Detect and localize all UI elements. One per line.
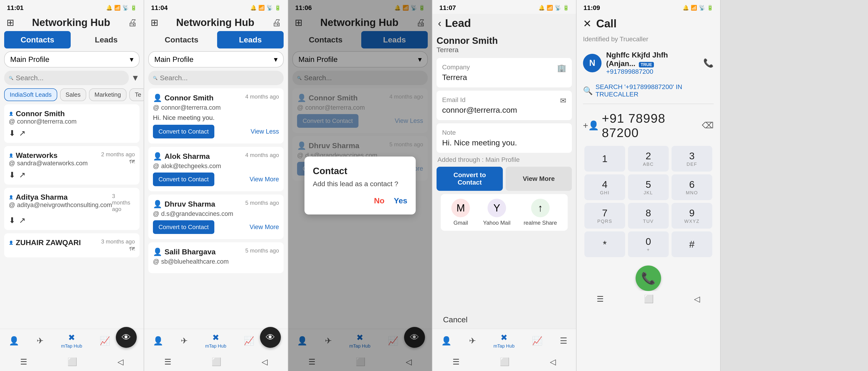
settings-icon-1[interactable]: 🖨 — [128, 18, 137, 28]
wifi-icon: 📶 — [114, 5, 121, 11]
tab-leads-2[interactable]: Leads — [217, 31, 284, 49]
add-contact-icon-5[interactable]: +👤 — [583, 120, 599, 131]
nav-menu-4[interactable]: ☰ — [560, 336, 567, 346]
search-truecaller-5[interactable]: 🔍 SEARCH '+917899887200' IN TRUECALLER — [577, 81, 720, 104]
filter-button-1[interactable]: ▼ — [131, 73, 140, 83]
convert-btn-2-1[interactable]: Convert to Contact — [153, 173, 214, 186]
map-icon-c1[interactable]: 🗺 — [129, 159, 135, 165]
cancel-button-4[interactable]: Cancel — [437, 311, 474, 329]
signal-icon-2: 📡 — [267, 5, 273, 11]
tab-contacts-2[interactable]: Contacts — [148, 31, 215, 49]
view-more-btn-2-1[interactable]: View More — [250, 176, 279, 183]
dial-sub-9: WXYZ — [684, 219, 700, 224]
fab-2[interactable]: 👁 — [260, 327, 281, 348]
tag-te[interactable]: Te — [129, 88, 144, 101]
nav-analytics-1[interactable]: 📈 — [100, 336, 110, 346]
contact-email-0: connor@terrerra.com — [17, 118, 76, 125]
dial-key-0[interactable]: 0 + — [628, 231, 669, 257]
caller-details-5: Nghffc Kkjfd Jhfh (Anjan... TRUE +917899… — [606, 51, 699, 75]
nav-person-2[interactable]: 👤 — [153, 336, 163, 346]
nav-person-icon-2: 👤 — [153, 336, 163, 346]
view-more-btn-2-2[interactable]: View More — [250, 224, 279, 231]
dial-key-9[interactable]: 9 WXYZ — [672, 203, 712, 229]
sys-menu-5[interactable]: ☰ — [597, 294, 603, 304]
share-realme[interactable]: ↑ realme Share — [524, 199, 557, 226]
close-button-5[interactable]: ✕ — [583, 18, 592, 29]
sys-back-1[interactable]: ◁ — [118, 357, 124, 366]
nav-hub-2[interactable]: ✖ mTap Hub — [205, 333, 226, 349]
sys-home-2[interactable]: ⬜ — [212, 357, 221, 366]
nav-hub-1[interactable]: ✖ mTap Hub — [61, 333, 82, 349]
sys-back-2[interactable]: ◁ — [261, 357, 268, 366]
lead-email-icon-2-1: @ — [153, 163, 159, 170]
dial-key-5[interactable]: 5 JKL — [628, 174, 669, 200]
map-icon-c3[interactable]: 🗺 — [129, 246, 135, 252]
nav-person-4[interactable]: 👤 — [441, 336, 452, 346]
call-title-5: Call — [596, 17, 617, 30]
share-icon-c0[interactable]: ↗ — [19, 129, 26, 138]
dial-key-star[interactable]: * — [584, 231, 625, 257]
sys-back-4[interactable]: ◁ — [550, 357, 556, 366]
fab-1[interactable]: 👁 — [116, 327, 137, 348]
sys-back-5[interactable]: ◁ — [694, 294, 700, 304]
sys-menu-4[interactable]: ☰ — [453, 357, 460, 366]
nav-send-4[interactable]: ✈ — [469, 336, 476, 346]
tag-sales[interactable]: Sales — [60, 88, 86, 101]
share-yahoo[interactable]: Y Yahoo Mail — [483, 199, 510, 226]
dial-key-8[interactable]: 8 TUV — [628, 203, 669, 229]
nav-analytics-2[interactable]: 📈 — [244, 336, 254, 346]
modal-overlay-3: Contact Add this lead as a contact ? No … — [288, 0, 432, 371]
dial-key-hash[interactable]: # — [672, 231, 712, 257]
backspace-icon-5[interactable]: ⌫ — [702, 121, 714, 130]
dial-key-6[interactable]: 6 MNO — [672, 174, 712, 200]
tab-contacts-1[interactable]: Contacts — [4, 31, 71, 49]
lead-person-icon-2-1: 👤 — [153, 152, 162, 161]
sys-menu-1[interactable]: ☰ — [20, 357, 27, 366]
profile-selector-2[interactable]: Main Profile ▾ — [148, 51, 284, 67]
dial-key-1[interactable]: 1 — [584, 146, 625, 172]
profile-selector-1[interactable]: Main Profile ▾ — [4, 51, 140, 67]
download-icon-c1[interactable]: ⬇ — [9, 170, 15, 179]
nav-hub-4[interactable]: ✖ mTap Hub — [493, 333, 515, 349]
status-bar-1: 11:01 🔔 📶 📡 🔋 — [0, 0, 144, 14]
dial-key-7[interactable]: 7 PQRS — [584, 203, 625, 229]
back-button-4[interactable]: ‹ — [438, 18, 441, 29]
nav-send-1[interactable]: ✈ — [37, 336, 43, 346]
tag-indiasoft[interactable]: IndiaSoft Leads — [4, 88, 57, 101]
dial-key-2[interactable]: 2 ABC — [628, 146, 669, 172]
nav-person-1[interactable]: 👤 — [9, 336, 19, 346]
modal-yes-btn-3[interactable]: Yes — [394, 196, 407, 205]
dial-key-3[interactable]: 3 DEF — [672, 146, 712, 172]
modal-no-btn-3[interactable]: No — [374, 196, 384, 205]
dial-key-4[interactable]: 4 GHI — [584, 174, 625, 200]
nav-analytics-4[interactable]: 📈 — [532, 336, 542, 346]
sys-home-5[interactable]: ⬜ — [644, 294, 654, 304]
phone-icon-5[interactable]: 📞 — [703, 58, 714, 68]
contact-name-0: Connor Smith — [16, 109, 65, 118]
call-fab-5[interactable]: 📞 — [636, 265, 661, 291]
lead-email-2-2: d.s@grandevaccines.com — [161, 210, 233, 218]
signal-icon-5: 📡 — [699, 5, 705, 11]
view-more-btn-4[interactable]: View More — [505, 167, 572, 191]
qr-icon-2[interactable]: ⊞ — [151, 17, 158, 28]
search-input-2[interactable] — [160, 74, 279, 82]
sys-home-4[interactable]: ⬜ — [500, 357, 509, 366]
sys-menu-2[interactable]: ☰ — [164, 357, 171, 366]
convert-to-contact-btn-4[interactable]: Convert to Contact — [437, 167, 503, 191]
nav-send-2[interactable]: ✈ — [181, 336, 188, 346]
tab-leads-1[interactable]: Leads — [73, 31, 140, 49]
download-icon-c0[interactable]: ⬇ — [9, 129, 15, 138]
settings-icon-2[interactable]: 🖨 — [272, 18, 281, 28]
share-icon-c2[interactable]: ↗ — [19, 216, 26, 225]
sys-home-1[interactable]: ⬜ — [67, 357, 77, 366]
share-icon-c1[interactable]: ↗ — [19, 170, 26, 179]
wifi-icon-5: 📶 — [691, 5, 697, 11]
download-icon-c2[interactable]: ⬇ — [9, 216, 15, 225]
view-less-btn-2-0[interactable]: View Less — [250, 128, 279, 135]
convert-btn-2-2[interactable]: Convert to Contact — [153, 220, 214, 234]
tag-marketing[interactable]: Marketing — [89, 88, 126, 101]
convert-btn-2-0[interactable]: Convert to Contact — [153, 125, 214, 138]
qr-icon-1[interactable]: ⊞ — [6, 17, 14, 28]
share-gmail[interactable]: M Gmail — [452, 199, 470, 226]
search-input-1[interactable] — [16, 74, 124, 82]
